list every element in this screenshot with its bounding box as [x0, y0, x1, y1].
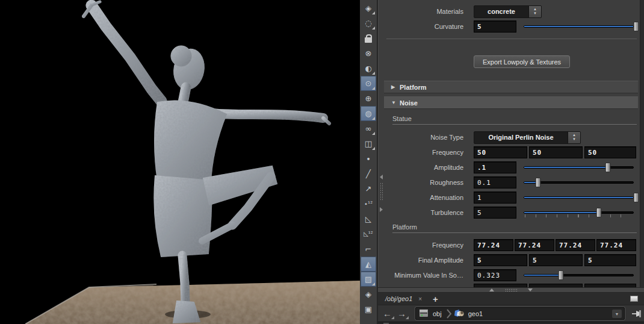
- ghost-other-objects-button[interactable]: ◫: [361, 136, 376, 151]
- divider-grip-icon[interactable]: [380, 182, 383, 201]
- forward-button[interactable]: →: [397, 309, 406, 318]
- platform-frequency-1-input[interactable]: 77.24: [474, 239, 513, 251]
- pin-icon[interactable]: [632, 310, 642, 318]
- spinner-down-icon: ▼: [533, 11, 537, 16]
- frequency-x-value: 50: [477, 149, 486, 157]
- path-dropdown-button[interactable]: ▼: [612, 310, 622, 318]
- collapse-right-icon[interactable]: [380, 207, 383, 212]
- attenuation-input[interactable]: 1: [474, 192, 516, 204]
- disable-lighting-button[interactable]: ⊗: [361, 46, 376, 61]
- lock-button[interactable]: [361, 31, 376, 46]
- noise-type-spinner[interactable]: ▲▼: [568, 132, 580, 143]
- divider-grip-icon[interactable]: [505, 288, 517, 292]
- platform-frequency-3-input[interactable]: 77.24: [556, 239, 595, 251]
- display-point-numbers-button[interactable]: ∙¹²: [361, 196, 376, 211]
- attenuation-slider[interactable]: [524, 192, 636, 204]
- frame-display-button[interactable]: ▣: [361, 302, 376, 317]
- display-point-normals-button[interactable]: ╱: [361, 166, 376, 181]
- slider-handle[interactable]: [558, 270, 563, 280]
- breadcrumb-geo1[interactable]: geo1: [468, 310, 483, 317]
- frequency-x-input[interactable]: 50: [474, 146, 527, 158]
- section-divider: [386, 39, 637, 39]
- frequency-y-input[interactable]: 50: [529, 146, 583, 158]
- tab-close-icon[interactable]: ×: [418, 296, 422, 302]
- frequency-z-input[interactable]: 50: [584, 146, 636, 158]
- slider-track[interactable]: [524, 196, 634, 199]
- slider-handle[interactable]: [596, 208, 602, 217]
- platform-frequency-2-input[interactable]: 77.24: [515, 239, 554, 251]
- roughness-slider[interactable]: [524, 176, 636, 188]
- headlight-only-button[interactable]: ◐: [361, 61, 376, 76]
- submenu-corner-icon: [372, 117, 375, 120]
- slider-track[interactable]: [524, 211, 634, 214]
- collapse-down-icon[interactable]: [528, 288, 533, 291]
- final-amplitude-x-input[interactable]: 5: [474, 254, 527, 266]
- display-profile-curves-icon: ⌐: [365, 245, 372, 253]
- pane-divider-horizontal[interactable]: [378, 287, 644, 293]
- slider-track[interactable]: [524, 274, 634, 276]
- new-tab-button[interactable]: +: [427, 294, 444, 304]
- parameter-pane-body: Materials concrete ▲▼ Curvature 5: [378, 0, 644, 287]
- slider-track[interactable]: [524, 25, 634, 28]
- breadcrumb-obj[interactable]: obj: [433, 310, 442, 317]
- platform-frequency-4-value: 77.24: [600, 241, 623, 249]
- export-lowpoly-button[interactable]: Export Lowpoly & Textures: [474, 55, 570, 68]
- pane-divider-vertical[interactable]: [378, 0, 384, 287]
- collapse-left-icon[interactable]: [380, 175, 383, 179]
- curvature-label: Curvature: [386, 23, 463, 30]
- slider-track[interactable]: [524, 166, 634, 169]
- curvature-slider[interactable]: [524, 20, 636, 33]
- turbulence-input[interactable]: 5: [474, 207, 516, 219]
- shaded-mode-button[interactable]: ◭: [361, 257, 376, 272]
- view-gadget-button[interactable]: ◈: [361, 287, 376, 302]
- noise-type-dropdown[interactable]: Original Perlin Noise ▲▼: [474, 131, 581, 144]
- final-amplitude-z-value: 5: [588, 257, 593, 264]
- final-amplitude-y-input[interactable]: 5: [529, 254, 583, 266]
- high-quality-lighting-button[interactable]: ⊕: [361, 91, 376, 106]
- parameters-scrollbar[interactable]: [640, 0, 644, 287]
- amplitude-input[interactable]: .1: [474, 161, 516, 173]
- slider-handle[interactable]: [634, 22, 639, 31]
- minimum-value-slider[interactable]: [524, 269, 636, 281]
- slider-handle[interactable]: [634, 193, 639, 202]
- submenu-corner-icon: [391, 316, 394, 319]
- minimum-value-input[interactable]: 0.323: [474, 269, 516, 281]
- display-primitive-numbers-button[interactable]: ◺¹²: [361, 226, 376, 241]
- expanded-arrow-icon: ▼: [391, 100, 400, 105]
- display-point-markers-button[interactable]: ↗: [361, 181, 376, 196]
- turbulence-slider[interactable]: [524, 207, 636, 219]
- hide-other-objects-button[interactable]: ∞: [361, 121, 376, 136]
- viewport-3d[interactable]: [0, 0, 360, 324]
- smooth-shaded-icon: ◍: [365, 110, 371, 117]
- materials-dropdown[interactable]: concrete ▲▼: [474, 5, 542, 18]
- slider-fill: [524, 167, 606, 168]
- roughness-input[interactable]: 0.1: [474, 176, 516, 188]
- noise-section-label: Noise: [400, 99, 418, 107]
- collapse-up-icon[interactable]: [489, 288, 494, 291]
- normal-lighting-button[interactable]: ⊙: [361, 76, 376, 91]
- curvature-input[interactable]: 5: [474, 20, 516, 33]
- pane-tab-bar: /obj/geo1 × +: [378, 293, 644, 305]
- platform-section-header[interactable]: ▶ Platform: [384, 81, 638, 93]
- amplitude-slider[interactable]: [524, 161, 636, 173]
- tab-obj-geo1[interactable]: /obj/geo1 ×: [378, 293, 427, 305]
- display-options-toolbar: ◈◌⊗◐⊙⊕◍∞◫∙╱↗∙¹²◺◺¹²⌐◭▨◈▣: [360, 0, 378, 324]
- final-amplitude-z-input[interactable]: 5: [584, 254, 636, 266]
- path-breadcrumb[interactable]: obj geo1 ▼: [415, 307, 625, 320]
- slider-handle[interactable]: [536, 178, 541, 187]
- noise-section-header[interactable]: ▼ Noise: [384, 96, 638, 109]
- back-button[interactable]: ←: [383, 309, 392, 318]
- normal-lighting-icon: ⊙: [365, 79, 372, 87]
- select-tool-button[interactable]: ◌: [361, 16, 376, 31]
- platform-frequency-4-input[interactable]: 77.24: [596, 239, 636, 251]
- smooth-shaded-button[interactable]: ◍: [361, 106, 376, 121]
- display-primitive-normals-button[interactable]: ◺: [361, 211, 376, 226]
- view-tool-button[interactable]: ◈: [361, 1, 376, 16]
- clipped-field: [584, 284, 636, 287]
- display-textures-button[interactable]: ▨: [361, 272, 376, 287]
- display-profile-curves-button[interactable]: ⌐: [361, 241, 376, 257]
- display-points-button[interactable]: ∙: [361, 151, 376, 166]
- pane-maximize-icon[interactable]: [630, 296, 638, 302]
- materials-spinner[interactable]: ▲▼: [528, 6, 541, 17]
- slider-handle[interactable]: [605, 163, 611, 172]
